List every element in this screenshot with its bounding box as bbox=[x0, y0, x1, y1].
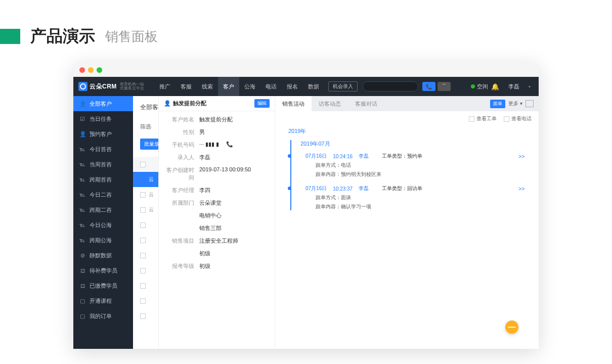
timeline-item-head: 07月16日 10:24:16 李磊 工单类型：预约单 >> bbox=[305, 153, 529, 160]
app-window: 云朵CRM 教育机构一站 式服务云平台 推广客服线索客户公海电话报名数据 机会录… bbox=[73, 63, 539, 349]
detail-value: 注册安全工程师 bbox=[199, 237, 270, 245]
timeline-item[interactable]: 07月16日 10:24:16 李磊 工单类型：预约单 >> 跟单方式：电话 跟… bbox=[300, 153, 529, 178]
sidebar-item[interactable]: ☑当日任务 bbox=[73, 111, 133, 126]
sidebar-item[interactable]: ℡跨期公海 bbox=[73, 233, 133, 248]
timeline-line: 2019年07月 07月16日 10:24:16 李磊 工单类型：预约单 >> … bbox=[290, 140, 529, 210]
app-body: 👤全部客户☑当日任务👤预约客户℡今日首咨℡当周首咨℡跨期首咨℡今日二咨℡跨期二咨… bbox=[73, 96, 539, 349]
timeline-time: 10:24:16 bbox=[333, 154, 353, 159]
minimize-icon[interactable] bbox=[88, 67, 94, 73]
sidebar-item[interactable]: ▢开通课程 bbox=[73, 293, 133, 308]
sidebar-item[interactable]: ⊡已缴费学员 bbox=[73, 278, 133, 293]
detail-label bbox=[164, 224, 199, 232]
sidebar-item[interactable]: 👤全部客户 bbox=[73, 96, 133, 111]
sidebar-item[interactable]: ℡跨期首咨 bbox=[73, 172, 133, 187]
topnav-item[interactable]: 公海 bbox=[239, 77, 260, 96]
detail-label: 客户经理 bbox=[164, 187, 199, 194]
detail-label: 手机号码 bbox=[164, 141, 199, 149]
sidebar-item-label: 当周首咨 bbox=[90, 161, 112, 168]
activity-tab[interactable]: 访客动态 bbox=[312, 96, 348, 111]
topnav-item[interactable]: 推广 bbox=[154, 77, 176, 96]
topnav-item[interactable]: 报名 bbox=[282, 77, 303, 96]
close-icon[interactable] bbox=[79, 67, 85, 73]
phone-icon[interactable]: 📞 bbox=[226, 141, 233, 147]
checkbox[interactable] bbox=[140, 283, 146, 289]
sidebar-icon: 👤 bbox=[79, 131, 85, 138]
app-logo[interactable]: 云朵CRM 教育机构一站 式服务云平台 bbox=[73, 82, 149, 91]
opportunity-entry-button[interactable]: 机会录入 bbox=[328, 81, 358, 92]
detail-row: 客户姓名触发提前分配 bbox=[159, 113, 275, 126]
topnav-item[interactable]: 线索 bbox=[197, 77, 218, 96]
timeline-content: 跟单内容：预约明天到校区来 bbox=[316, 171, 529, 178]
topnav-item[interactable]: 客户 bbox=[218, 77, 239, 96]
more-dropdown[interactable]: 更多 ▾ bbox=[508, 100, 522, 107]
sidebar-item-label: 当日任务 bbox=[90, 115, 112, 123]
topnav-item[interactable]: 电话 bbox=[260, 77, 282, 96]
chevron-down-icon[interactable]: ▾ bbox=[529, 84, 531, 89]
sidebar-icon: ℡ bbox=[79, 176, 85, 183]
detail-label bbox=[164, 212, 199, 219]
sidebar-item[interactable]: 👤预约客户 bbox=[73, 126, 133, 142]
follow-button[interactable]: 跟单 bbox=[490, 100, 505, 108]
checkbox[interactable] bbox=[140, 238, 146, 243]
sidebar-item-label: 今日首咨 bbox=[90, 146, 112, 153]
fab-button[interactable]: — bbox=[505, 321, 518, 334]
logo-sub: 教育机构一站 式服务云平台 bbox=[120, 82, 144, 90]
page-subtitle: 销售面板 bbox=[105, 28, 158, 46]
search-input[interactable] bbox=[363, 81, 418, 92]
accent-bar bbox=[0, 29, 20, 44]
username[interactable]: 李磊 bbox=[508, 83, 519, 90]
sidebar-item[interactable]: ▢我的订单 bbox=[73, 308, 133, 324]
bell-icon[interactable]: 🔔 bbox=[491, 83, 499, 90]
call-button[interactable]: 📞 bbox=[422, 82, 435, 91]
checkbox[interactable] bbox=[140, 222, 146, 228]
detail-row: 初级 bbox=[159, 247, 275, 260]
timeline-user: 李磊 bbox=[359, 153, 369, 160]
checkbox[interactable] bbox=[504, 116, 509, 122]
checkbox[interactable] bbox=[140, 253, 146, 258]
activity-check[interactable]: 查看工单 bbox=[469, 115, 497, 122]
topnav-item[interactable]: 客服 bbox=[176, 77, 197, 96]
topnav-item[interactable]: 数据 bbox=[303, 77, 324, 96]
checkbox[interactable] bbox=[140, 177, 146, 183]
maximize-icon[interactable] bbox=[97, 67, 102, 73]
sidebar-item-label: 静默数据 bbox=[90, 252, 112, 259]
layout-icon[interactable] bbox=[526, 100, 534, 107]
timeline-expand[interactable]: >> bbox=[518, 186, 529, 192]
checkbox[interactable] bbox=[140, 207, 146, 213]
activity-toolbar: 跟单 更多 ▾ bbox=[490, 100, 539, 108]
checkbox[interactable] bbox=[140, 298, 146, 304]
sidebar-icon: ⊘ bbox=[79, 252, 85, 259]
timeline-year: 2019年 bbox=[288, 127, 529, 135]
page-header: 产品演示 销售面板 bbox=[0, 0, 612, 63]
timeline-content: 跟单内容：确认学习一项 bbox=[316, 203, 529, 210]
edit-button[interactable]: 编辑 bbox=[254, 99, 270, 108]
activity-panel: 销售活动访客动态客服对话 跟单 更多 ▾ 查看工单查看电话 2019年 2019… bbox=[275, 96, 539, 349]
sidebar-item[interactable]: ℡当周首咨 bbox=[73, 157, 133, 172]
timeline-month: 2019年07月 bbox=[300, 140, 529, 148]
timeline-dot-icon bbox=[288, 187, 291, 190]
detail-value: 李四 bbox=[199, 187, 270, 194]
checkbox[interactable] bbox=[469, 116, 474, 122]
detail-row: 客户经理李四 bbox=[159, 184, 275, 197]
sidebar-item[interactable]: ℡今日二咨 bbox=[73, 187, 133, 202]
sidebar-item[interactable]: ⊘静默数据 bbox=[73, 248, 133, 263]
sidebar-item[interactable]: ⊡待补费学员 bbox=[73, 263, 133, 278]
hangup-button[interactable]: ⌒ bbox=[438, 82, 451, 91]
checkbox[interactable] bbox=[140, 313, 146, 319]
checkbox[interactable] bbox=[140, 268, 146, 274]
activity-tab[interactable]: 销售活动 bbox=[275, 96, 312, 111]
checkbox[interactable] bbox=[140, 162, 146, 167]
activity-tab[interactable]: 客服对话 bbox=[348, 96, 384, 111]
timeline-expand[interactable]: >> bbox=[518, 154, 529, 159]
timeline-item[interactable]: 07月16日 10:23:37 李磊 工单类型：回访单 >> 跟单方式：面谈 跟… bbox=[300, 185, 529, 210]
detail-label: 报考等级 bbox=[164, 262, 199, 270]
sidebar-item[interactable]: ℡今日首咨 bbox=[73, 142, 133, 157]
checkbox[interactable] bbox=[140, 192, 146, 198]
sidebar-item[interactable]: ℡跨期二咨 bbox=[73, 202, 133, 217]
detail-label: 客户姓名 bbox=[164, 116, 199, 123]
sidebar-item-label: 今日二咨 bbox=[90, 191, 112, 199]
activity-check[interactable]: 查看电话 bbox=[504, 115, 532, 122]
status-indicator[interactable]: 空闲 bbox=[471, 83, 488, 90]
sidebar-item[interactable]: ℡今日公海 bbox=[73, 217, 133, 233]
sidebar-icon: ℡ bbox=[79, 192, 85, 198]
